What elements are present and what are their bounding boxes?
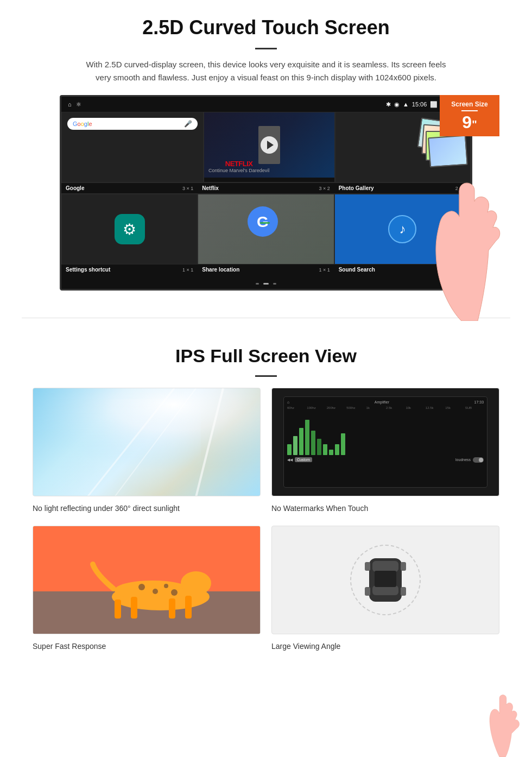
svg-point-16 (138, 584, 145, 590)
freq-500: 500hz (346, 406, 365, 409)
screen-size-badge: Screen Size 9" (440, 95, 499, 136)
freq-1k: 1k (366, 406, 385, 409)
freq-60: 60hz (287, 406, 306, 409)
amp-controls: ◀◀ Custom loudness (287, 457, 484, 463)
amp-toggle[interactable] (473, 457, 484, 463)
cheetah-thumb (33, 526, 261, 634)
svg-rect-15 (185, 596, 192, 619)
status-bar: ⌂ ⚛ ✱ ◉ ▲ 15:06 ⬜ ◁) ✕ ▭ (61, 97, 471, 112)
dot-2-active (263, 283, 269, 285)
google-cell[interactable]: Google 🎤 (61, 112, 204, 182)
section1-description: With 2.5D curved-display screen, this de… (81, 58, 451, 84)
netflix-size: 3 × 2 (319, 186, 330, 191)
svg-point-10 (115, 581, 191, 600)
usb-icon: ⚛ (76, 101, 81, 108)
bar-10 (341, 433, 345, 455)
grid-labels-top: Google 3 × 1 Netflix 3 × 2 Photo Gallery… (61, 182, 471, 194)
amp-header: ⌂ Amplifier 17:33 (287, 400, 484, 404)
svg-rect-3 (33, 388, 261, 496)
badge-label: Screen Size (444, 100, 495, 108)
netflix-cell[interactable]: NETFLIX Continue Marvel's Daredevil (204, 112, 335, 182)
freq-100: 100hz (307, 406, 325, 409)
svg-point-18 (164, 584, 168, 588)
section1: 2.5D Curved Touch Screen With 2.5D curve… (0, 0, 532, 301)
bluetooth-icon: ✱ (386, 101, 391, 108)
bar-9 (335, 444, 339, 455)
music-cell[interactable]: ♪ (334, 194, 471, 264)
netflix-subtitle: Continue Marvel's Daredevil (208, 168, 269, 173)
share-size: 1 × 1 (319, 267, 330, 273)
maps-cell[interactable]: G (198, 194, 334, 264)
settings-label-cell: Settings shortcut 1 × 1 (61, 264, 198, 275)
section2: IPS Full Screen View (0, 335, 532, 669)
sound-size: 1 × 1 (455, 267, 466, 273)
device-area: Screen Size 9" ⌂ ⚛ ✱ ◉ ▲ 15:06 (33, 95, 499, 291)
bar-1 (287, 444, 292, 455)
feature-sunlight: No light reflecting under 360° direct su… (33, 388, 261, 515)
gear-icon: ⚙ (123, 220, 136, 238)
home-icon: ⌂ (68, 101, 72, 108)
mic-icon: 🎤 (184, 120, 192, 128)
status-time: 15:06 (412, 101, 427, 108)
svg-text:G: G (257, 213, 269, 230)
music-note-icon: ♪ (388, 215, 416, 243)
android-screen: ⌂ ⚛ ✱ ◉ ▲ 15:06 ⬜ ◁) ✕ ▭ (60, 95, 472, 291)
dot-3 (273, 283, 276, 285)
netflix-label-cell: Netflix 3 × 2 (198, 183, 334, 193)
wifi-icon: ▲ (403, 101, 409, 108)
amp-home-icon: ⌂ (287, 400, 289, 404)
google-size: 3 × 1 (182, 186, 193, 191)
freq-10k: 10k (406, 406, 424, 409)
settings-cell[interactable]: ⚙ (61, 194, 198, 264)
google-label-cell: Google 3 × 1 (61, 183, 198, 193)
section2-underline (255, 375, 277, 377)
location-icon: ◉ (394, 101, 400, 108)
svg-rect-24 (365, 562, 370, 571)
camera-icon: ⬜ (430, 101, 438, 108)
bar-2 (293, 436, 297, 455)
netflix-app-name: Netflix (202, 185, 219, 191)
grid-labels-bottom: Settings shortcut 1 × 1 Share location 1… (61, 264, 471, 275)
amp-freq-labels: 60hz 100hz 200hz 500hz 1k 2.5k 10k 12.5k… (287, 406, 484, 409)
svg-point-19 (171, 589, 178, 596)
app-grid-bottom: ⚙ G (61, 194, 471, 264)
note-symbol-icon: ♪ (399, 222, 406, 237)
share-label-cell: Share location 1 × 1 (198, 264, 334, 275)
feature-amplifier: ⌂ Amplifier 17:33 60hz 100hz 200hz 500hz… (271, 388, 499, 515)
svg-rect-21 (372, 561, 398, 572)
section-divider (22, 318, 510, 318)
car-circle (350, 545, 421, 615)
car-top-view-svg (364, 550, 407, 610)
play-triangle-icon (267, 141, 274, 149)
play-button[interactable] (261, 136, 278, 154)
svg-rect-14 (169, 598, 175, 619)
amp-back-icon: ◀◀ (287, 458, 293, 462)
bar-7 (323, 444, 327, 455)
page-wrapper: 2.5D Curved Touch Screen With 2.5D curve… (0, 0, 532, 669)
freq-sub: SUB (465, 406, 484, 409)
car-label: Large Viewing Angle (271, 640, 499, 653)
netflix-logo: NETFLIX (208, 160, 269, 168)
svg-rect-25 (365, 587, 370, 596)
bar-8 (329, 450, 333, 455)
title-underline (255, 48, 277, 49)
svg-rect-23 (375, 571, 396, 587)
svg-rect-26 (401, 562, 406, 571)
netflix-thumb: NETFLIX Continue Marvel's Daredevil (204, 112, 334, 178)
share-app-name: Share location (202, 267, 239, 273)
google-app-name: Google (66, 185, 84, 191)
amp-loudness: loudness (455, 458, 471, 462)
amp-custom-btn[interactable]: Custom (295, 457, 312, 462)
section1-title: 2.5D Curved Touch Screen (33, 16, 499, 39)
status-bar-left: ⌂ ⚛ (68, 101, 81, 108)
google-logo: Google (73, 121, 92, 127)
sunlight-label: No light reflecting under 360° direct su… (33, 502, 261, 515)
dot-1 (256, 283, 259, 285)
gallery-card-4 (428, 135, 468, 168)
gallery-app-name: Photo Gallery (339, 185, 374, 191)
feature-cheetah: Super Fast Response (33, 526, 261, 653)
feature-car: Large Viewing Angle (271, 526, 499, 653)
freq-15k: 15k (445, 406, 464, 409)
bar-3 (299, 428, 303, 455)
google-search-bar[interactable]: Google 🎤 (67, 118, 198, 130)
